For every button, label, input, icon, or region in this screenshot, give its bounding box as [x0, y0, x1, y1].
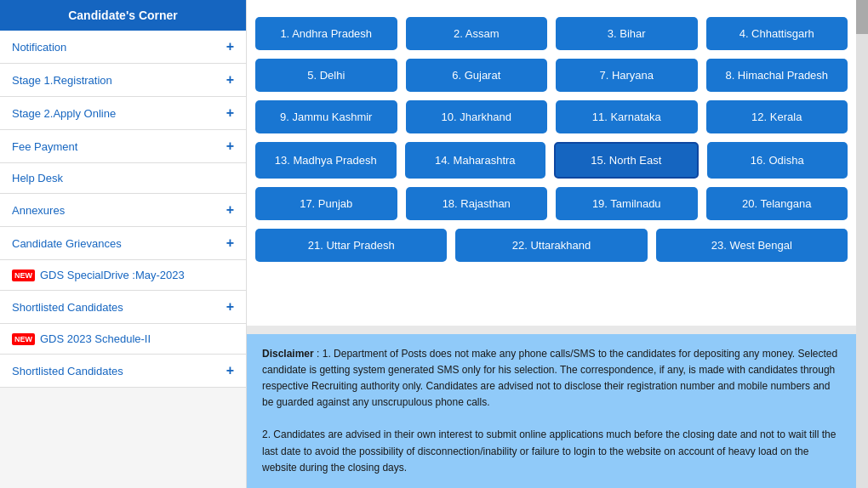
sidebar-expand-icon: + — [226, 202, 234, 218]
sidebar-item-stage1-registration[interactable]: Stage 1.Registration + — [0, 64, 246, 97]
disclaimer-text-2: 2. Candidates are advised in their own i… — [262, 427, 841, 476]
state-button-10[interactable]: 10. Jharkhand — [406, 100, 548, 133]
sidebar-item-gds-2023-schedule[interactable]: NEW GDS 2023 Schedule-II — [0, 324, 246, 355]
state-button-2[interactable]: 2. Assam — [406, 17, 548, 50]
state-button-23[interactable]: 23. West Bengal — [656, 229, 848, 262]
sidebar-item-label: Fee Payment — [12, 140, 77, 153]
sidebar-item-candidate-grievances[interactable]: Candidate Grievances + — [0, 227, 246, 260]
sidebar-item-help-desk[interactable]: Help Desk — [0, 163, 246, 194]
states-panel: 1. Andhra Pradesh2. Assam3. Bihar4. Chha… — [247, 0, 856, 326]
sidebar-header: Candidate's Corner — [0, 0, 246, 31]
state-button-4[interactable]: 4. Chhattisgarh — [706, 17, 848, 50]
disclaimer-section: Disclaimer : 1. Department of Posts does… — [247, 334, 856, 489]
sidebar-item-gds-special-drive[interactable]: NEW GDS SpecialDrive :May-2023 — [0, 260, 246, 291]
sidebar-expand-icon: + — [226, 363, 234, 378]
state-button-11[interactable]: 11. Karnataka — [556, 100, 698, 133]
sidebar-expand-icon: + — [226, 105, 234, 121]
state-row: 17. Punjab18. Rajasthan19. Tamilnadu20. … — [255, 187, 848, 220]
sidebar-item-label: Stage 2.Apply Online — [12, 107, 116, 120]
state-button-7[interactable]: 7. Haryana — [556, 59, 698, 92]
new-badge: NEW — [12, 270, 35, 281]
sidebar: Candidate's Corner Notification + Stage … — [0, 0, 247, 488]
state-button-17[interactable]: 17. Punjab — [255, 187, 397, 220]
new-badge: NEW — [12, 333, 35, 345]
state-button-20[interactable]: 20. Telangana — [706, 187, 848, 220]
disclaimer-title: Disclaimer — [262, 348, 314, 360]
sidebar-item-shortlisted-candidates-2[interactable]: Shortlisted Candidates + — [0, 355, 246, 388]
state-button-16[interactable]: 16. Odisha — [707, 142, 848, 179]
sidebar-item-label: Annexures — [12, 204, 65, 217]
sidebar-item-fee-payment[interactable]: Fee Payment + — [0, 130, 246, 163]
sidebar-expand-icon: + — [226, 139, 234, 154]
state-button-12[interactable]: 12. Kerala — [706, 100, 848, 133]
sidebar-item-label: Notification — [12, 41, 66, 54]
state-button-3[interactable]: 3. Bihar — [556, 17, 698, 50]
state-row: 13. Madhya Pradesh14. Maharashtra15. Nor… — [255, 142, 848, 179]
state-row: 5. Delhi6. Gujarat7. Haryana8. Himachal … — [255, 59, 848, 92]
state-button-1[interactable]: 1. Andhra Pradesh — [255, 17, 397, 50]
sidebar-expand-icon: + — [226, 72, 234, 88]
scrollbar-thumb[interactable] — [856, 0, 868, 34]
sidebar-item-label: GDS 2023 Schedule-II — [40, 332, 151, 345]
sidebar-item-label: Shortlisted Candidates — [12, 365, 123, 377]
sidebar-item-label: Shortlisted Candidates — [12, 301, 123, 314]
sidebar-item-notification[interactable]: Notification + — [0, 31, 246, 64]
state-button-8[interactable]: 8. Himachal Pradesh — [706, 59, 848, 92]
state-row: 21. Uttar Pradesh22. Uttarakhand23. West… — [255, 229, 848, 262]
state-row: 1. Andhra Pradesh2. Assam3. Bihar4. Chha… — [255, 17, 848, 50]
state-button-18[interactable]: 18. Rajasthan — [406, 187, 548, 220]
scrollbar-track[interactable] — [856, 0, 868, 488]
state-button-22[interactable]: 22. Uttarakhand — [455, 229, 647, 262]
sidebar-item-label: Help Desk — [12, 172, 63, 184]
state-button-9[interactable]: 9. Jammu Kashmir — [255, 100, 397, 133]
state-row: 9. Jammu Kashmir10. Jharkhand11. Karnata… — [255, 100, 848, 133]
state-button-14[interactable]: 14. Maharashtra — [405, 142, 546, 179]
main-panel: 1. Andhra Pradesh2. Assam3. Bihar4. Chha… — [247, 0, 856, 488]
sidebar-item-label: Candidate Grievances — [12, 237, 122, 250]
state-button-5[interactable]: 5. Delhi — [255, 59, 397, 92]
state-button-13[interactable]: 13. Madhya Pradesh — [255, 142, 397, 179]
sidebar-item-stage2-apply-online[interactable]: Stage 2.Apply Online + — [0, 97, 246, 130]
sidebar-expand-icon: + — [226, 299, 234, 315]
disclaimer-body-1: : 1. Department of Posts does not make a… — [262, 348, 837, 409]
disclaimer-text-1: Disclaimer : 1. Department of Posts does… — [262, 346, 841, 411]
sidebar-item-label: Stage 1.Registration — [12, 74, 112, 87]
sidebar-item-shortlisted-candidates-1[interactable]: Shortlisted Candidates + — [0, 291, 246, 324]
states-grid: 1. Andhra Pradesh2. Assam3. Bihar4. Chha… — [247, 0, 856, 279]
sidebar-expand-icon: + — [226, 235, 234, 251]
sidebar-item-annexures[interactable]: Annexures + — [0, 194, 246, 227]
sidebar-expand-icon: + — [226, 39, 234, 54]
state-button-6[interactable]: 6. Gujarat — [406, 59, 548, 92]
state-button-19[interactable]: 19. Tamilnadu — [556, 187, 698, 220]
sidebar-item-label: GDS SpecialDrive :May-2023 — [40, 269, 185, 281]
state-button-21[interactable]: 21. Uttar Pradesh — [255, 229, 447, 262]
state-button-15[interactable]: 15. North East — [554, 142, 699, 179]
